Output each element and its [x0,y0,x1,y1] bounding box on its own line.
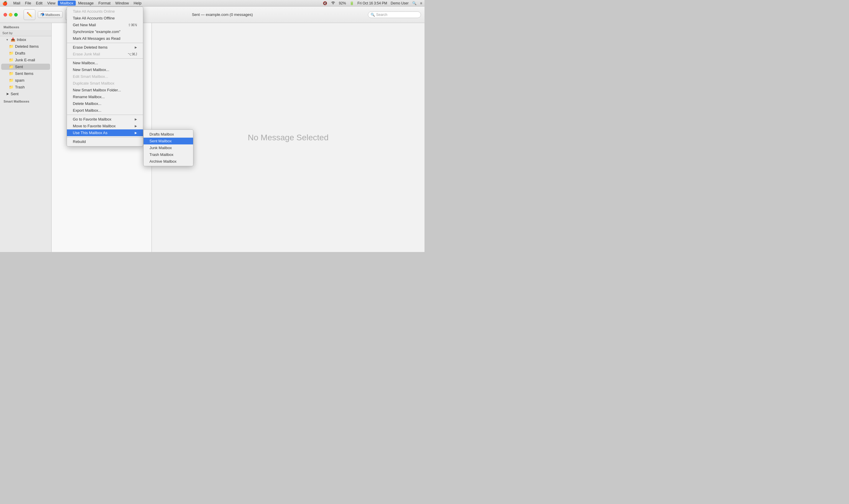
volume-icon[interactable]: 🔇 [323,1,327,5]
spotlight-icon[interactable]: 🔍 [412,1,417,5]
mailboxes-button[interactable]: 📬 Mailboxes [38,11,63,18]
smart-mailboxes-heading: Smart Mailboxes [0,97,51,104]
datetime: Fri Oct 16 3:54 PM [358,1,387,5]
svg-point-0 [332,3,333,4]
sidebar-item-spam[interactable]: 📁 spam [1,77,50,84]
menu-rebuild[interactable]: Rebuild [67,138,143,145]
get-new-mail-shortcut: ⇧⌘N [128,23,137,27]
inbox-icon: 📥 [11,37,15,42]
menu-erase-junk[interactable]: Erase Junk Mail ⌥⌘J [67,51,143,57]
sent-items-label: Sent Items [15,71,33,76]
separator-2 [67,58,143,59]
menu-erase-deleted[interactable]: Erase Deleted Items ▶ [67,44,143,51]
go-to-favorite-arrow: ▶ [135,118,137,121]
sidebar-item-sent-toplevel[interactable]: ➤ Sent [1,91,50,97]
app-window: ✏️ 📬 Mailboxes ▤ Sent — example.com (0 m… [0,6,424,252]
menu-new-smart-mailbox[interactable]: New Smart Mailbox... [67,66,143,73]
mailboxes-icon: 📬 [40,13,44,17]
sidebar-item-junk-email[interactable]: 📁 Junk E-mail [1,57,50,63]
submenu-drafts-mailbox[interactable]: Drafts Mailbox [144,131,193,138]
menu-format[interactable]: Format [96,1,113,5]
folder-icon: 📁 [9,78,14,83]
minimize-button[interactable] [9,13,12,17]
menu-file[interactable]: File [23,1,34,5]
menubar-right: 🔇 92% 🔋 Fri Oct 16 3:54 PM Demo User 🔍 ≡ [323,1,422,5]
submenu-trash-mailbox[interactable]: Trash Mailbox [144,151,193,158]
trash-label: Trash [15,85,25,89]
sent-icon: ➤ [6,92,9,96]
compose-icon: ✏️ [26,12,32,17]
sent-toplevel-label: Sent [11,92,19,96]
compose-button[interactable]: ✏️ [23,10,35,20]
sidebar-item-drafts[interactable]: 📁 Drafts [1,50,50,56]
move-to-favorite-arrow: ▶ [135,124,137,128]
traffic-lights [3,13,18,17]
menu-view[interactable]: View [45,1,58,5]
mailboxes-heading: Mailboxes [0,23,51,30]
sent-label: Sent [15,65,23,69]
erase-deleted-arrow: ▶ [135,46,137,49]
folder-icon: 📁 [9,85,14,89]
sort-by-label: Sort by [2,31,13,35]
menu-mark-all-read[interactable]: Mark All Messages as Read [67,35,143,42]
mailboxes-label: Mailboxes [46,13,60,17]
submenu-sent-mailbox[interactable]: Sent Mailbox [144,138,193,144]
sidebar-item-deleted-items[interactable]: 📁 Deleted Items [1,43,50,50]
menu-new-smart-mailbox-folder[interactable]: New Smart Mailbox Folder... [67,87,143,93]
sidebar-item-trash[interactable]: 📁 Trash [1,84,50,90]
menu-go-to-favorite[interactable]: Go to Favorite Mailbox ▶ [67,116,143,123]
use-this-mailbox-arrow: ▶ [135,131,137,134]
erase-junk-shortcut: ⌥⌘J [128,52,137,56]
folder-icon: 📁 [9,51,14,55]
wifi-icon [331,1,336,5]
toolbar: ✏️ 📬 Mailboxes ▤ Sent — example.com (0 m… [0,6,424,23]
submenu-junk-mailbox[interactable]: Junk Mailbox [144,144,193,151]
inbox-label: Inbox [17,37,26,42]
expand-icon: ▼ [6,38,8,41]
fullscreen-button[interactable] [14,13,18,17]
menu-mail[interactable]: Mail [11,1,23,5]
spam-label: spam [15,78,24,83]
search-box[interactable]: 🔍 Search [368,12,421,18]
menu-duplicate-smart-mailbox[interactable]: Duplicate Smart Mailbox [67,80,143,87]
menu-take-all-offline[interactable]: Take All Accounts Offline [67,15,143,21]
menu-get-new-mail[interactable]: Get New Mail ⇧⌘N [67,21,143,28]
junk-email-label: Junk E-mail [15,58,35,62]
no-message-label: No Message Selected [248,133,329,142]
menu-delete-mailbox[interactable]: Delete Mailbox... [67,100,143,107]
mailbox-dropdown-menu: Take All Accounts Online Take All Accoun… [67,6,143,146]
search-placeholder: Search [376,13,387,17]
folder-icon: 📁 [9,58,14,62]
sidebar-item-sent-items[interactable]: 📁 Sent Items [1,70,50,77]
close-button[interactable] [3,13,7,17]
menubar: 🍎 Mail File Edit View Mailbox Message Fo… [0,0,424,6]
menu-move-to-favorite[interactable]: Move to Favorite Mailbox ▶ [67,123,143,129]
menu-message[interactable]: Message [76,1,96,5]
submenu-archive-mailbox[interactable]: Archive Mailbox [144,158,193,165]
apple-menu[interactable]: 🍎 [2,1,7,5]
deleted-items-label: Deleted Items [15,44,39,49]
notification-icon[interactable]: ≡ [420,1,422,5]
battery-icon: 🔋 [350,1,354,5]
menu-export-mailbox[interactable]: Export Mailbox... [67,107,143,114]
menu-mailbox[interactable]: Mailbox [58,1,76,5]
menu-synchronize[interactable]: Synchronize "example.com" [67,28,143,35]
submenu-use-mailbox-as: Drafts Mailbox Sent Mailbox Junk Mailbox… [143,129,193,166]
content-area: Mailboxes Sort by ▼ 📥 Inbox 📁 Deleted It… [0,23,424,252]
menu-edit[interactable]: Edit [34,1,45,5]
menu-rename-mailbox[interactable]: Rename Mailbox... [67,93,143,100]
folder-icon: 📁 [9,65,14,69]
sort-bar: Sort by [0,30,51,36]
menu-use-this-mailbox-as[interactable]: Use This Mailbox As ▶ [67,129,143,136]
menu-take-all-online[interactable]: Take All Accounts Online [67,8,143,15]
sidebar-item-sent[interactable]: 📁 Sent [1,64,50,70]
sidebar-item-inbox[interactable]: ▼ 📥 Inbox [1,37,50,43]
menu-window[interactable]: Window [113,1,131,5]
folder-icon: 📁 [9,71,14,76]
separator-1 [67,43,143,43]
battery-status: 92% [339,1,346,5]
menu-help[interactable]: Help [131,1,144,5]
sidebar: Mailboxes Sort by ▼ 📥 Inbox 📁 Deleted It… [0,23,52,252]
menu-edit-smart-mailbox[interactable]: Edit Smart Mailbox... [67,73,143,80]
menu-new-mailbox[interactable]: New Mailbox... [67,59,143,66]
